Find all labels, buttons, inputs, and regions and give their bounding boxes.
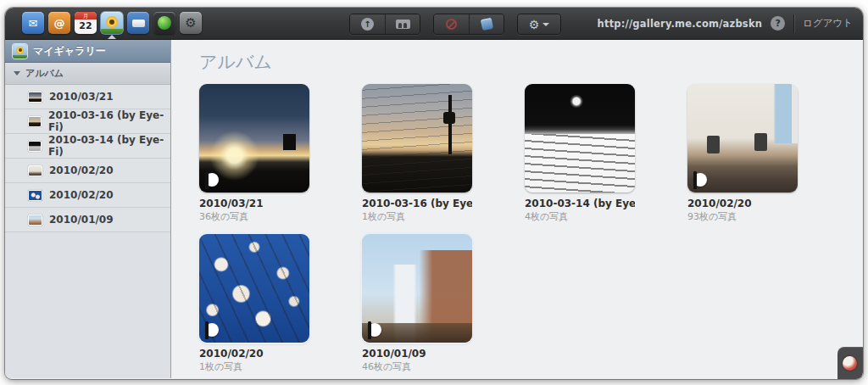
album-mini-thumbnail (28, 190, 42, 201)
upload-button[interactable]: ↑ (350, 14, 385, 34)
calendar-day-label: 22 (79, 20, 92, 34)
album-mini-thumbnail (28, 116, 42, 127)
album-mini-thumbnail (28, 92, 42, 103)
album-card: 2010/02/20 93枚の写真 (687, 84, 798, 234)
album-card: 2010/01/09 46枚の写真 (362, 234, 472, 379)
album-photo-count: 36枚の写真 (199, 210, 309, 223)
album-mini-thumbnail (28, 215, 42, 226)
upload-arrow-icon: ↑ (361, 18, 374, 31)
help-button[interactable]: ? (771, 16, 785, 31)
content-area: マイギャラリー アルバム 2010/03/21 2010-03-16 (by E… (5, 40, 863, 378)
album-mini-thumbnail (28, 165, 42, 176)
gear-menu-group: ⚙ (517, 14, 561, 35)
album-title[interactable]: 2010/03/21 (199, 198, 309, 209)
gallery-mini-icon (13, 44, 27, 59)
calendar-month-label: 月 (75, 12, 97, 20)
album-card: 2010/02/20 1枚の写真 (199, 234, 309, 379)
toolbar-divider (793, 14, 794, 33)
sidebar-item-my-gallery[interactable]: マイギャラリー (5, 40, 170, 63)
avatar (843, 356, 857, 371)
gear-icon: ⚙ (185, 17, 196, 30)
sidebar-item-album-6[interactable]: 2010/01/09 (5, 208, 170, 232)
albums-panel: アルバム 2010/03/21 36枚の写真 2010-03-16 (by Ey… (171, 40, 863, 378)
green-orb-icon (158, 16, 171, 30)
sidebar-item-label: 2010/02/20 (49, 189, 114, 201)
album-title[interactable]: 2010/02/20 (687, 198, 798, 209)
gallery-url: http://gallery.me.com/azbskn (598, 18, 763, 30)
hide-album-button[interactable] (434, 14, 469, 34)
album-title[interactable]: 2010-03-14 (by Eye… (525, 198, 635, 209)
no-entry-icon (446, 19, 457, 30)
album-grid: 2010/03/21 36枚の写真 2010-03-16 (by Eye… 1枚… (199, 84, 798, 379)
album-photo-count: 1枚の写真 (199, 360, 309, 373)
sidebar-item-album-2[interactable]: 2010-03-16 (by Eye-Fi) (5, 109, 170, 134)
album-title[interactable]: 2010/01/09 (362, 348, 472, 360)
lock-icon (205, 173, 219, 187)
album-thumbnail[interactable] (687, 84, 798, 192)
contact-card-icon (396, 20, 410, 29)
album-card: 2010-03-16 (by Eye… 1枚の写真 (362, 84, 472, 234)
album-card: 2010/03/21 36枚の写真 (199, 84, 309, 234)
sidebar-item-label: 2010/03/21 (49, 91, 114, 103)
my-gallery-label: マイギャラリー (33, 44, 106, 59)
gear-icon: ⚙ (529, 19, 540, 31)
album-photo-count: 1枚の写真 (362, 210, 472, 223)
album-thumbnail[interactable] (362, 234, 472, 343)
settings-app-icon[interactable]: ⚙ (180, 12, 202, 34)
gallery-window: ✉ @ 月 22 ⚙ (5, 8, 863, 379)
album-thumbnail[interactable] (199, 234, 309, 343)
page-title: アルバム (199, 50, 272, 74)
mail-app-icon[interactable]: ✉ (22, 12, 44, 34)
album-thumbnail[interactable] (199, 84, 309, 192)
album-title[interactable]: 2010-03-16 (by Eye… (362, 198, 472, 209)
album-thumbnail[interactable] (525, 84, 635, 192)
idisk-app-icon[interactable] (127, 12, 149, 34)
lock-icon (368, 323, 381, 337)
restrict-button-group (433, 14, 504, 35)
lock-icon (205, 323, 219, 337)
top-toolbar: ✉ @ 月 22 ⚙ (5, 8, 863, 40)
sidebar-item-album-1[interactable]: 2010/03/21 (5, 85, 170, 109)
invite-button[interactable] (385, 14, 420, 34)
disclosure-triangle-icon (14, 71, 20, 75)
sidebar-item-album-4[interactable]: 2010/02/20 (5, 159, 170, 183)
album-mini-thumbnail (28, 141, 42, 152)
sidebar-item-label: 2010/01/09 (49, 214, 114, 226)
logout-button[interactable]: ログアウト (803, 17, 853, 30)
album-title[interactable]: 2010/02/20 (199, 348, 309, 360)
sidebar: マイギャラリー アルバム 2010/03/21 2010-03-16 (by E… (5, 40, 171, 378)
sidebar-item-label: 2010-03-16 (by Eye-Fi) (48, 109, 170, 133)
at-sign-icon: @ (54, 18, 65, 29)
chevron-down-icon (542, 23, 549, 26)
album-photo-count: 93枚の写真 (687, 210, 798, 223)
calendar-app-icon[interactable]: 月 22 (75, 12, 97, 34)
app-switcher: ✉ @ 月 22 ⚙ (22, 12, 202, 34)
toolbar-actions: ↑ ⚙ (349, 14, 561, 35)
albums-section-label: アルバム (25, 67, 64, 80)
sunflower-center (109, 20, 114, 25)
upload-button-group: ↑ (349, 14, 420, 35)
publish-button[interactable] (469, 14, 504, 34)
toolbar-right-cluster: http://gallery.me.com/azbskn ? ログアウト (598, 8, 853, 39)
sidebar-item-label: 2010-03-14 (by Eye-Fi) (48, 134, 170, 158)
gallery-app-icon[interactable] (101, 12, 123, 34)
gear-menu-button[interactable]: ⚙ (518, 14, 560, 34)
publish-icon (480, 18, 492, 31)
sidebar-item-album-5[interactable]: 2010/02/20 (5, 183, 170, 208)
envelope-icon: ✉ (29, 18, 38, 29)
find-app-icon[interactable] (153, 12, 175, 34)
album-photo-count: 4枚の写真 (525, 210, 635, 223)
selected-app-indicator (108, 35, 116, 39)
sidebar-item-label: 2010/02/20 (49, 165, 114, 176)
contacts-app-icon[interactable]: @ (48, 12, 70, 34)
sunflower-leaves (101, 29, 123, 34)
albums-section-header[interactable]: アルバム (5, 63, 170, 85)
corner-feedback-widget[interactable] (837, 347, 863, 379)
album-card: 2010-03-14 (by Eye… 4枚の写真 (525, 84, 635, 234)
sidebar-item-album-3[interactable]: 2010-03-14 (by Eye-Fi) (5, 134, 170, 159)
lock-icon (693, 173, 707, 187)
album-thumbnail[interactable] (362, 84, 472, 192)
album-photo-count: 46枚の写真 (362, 360, 472, 373)
disk-icon (132, 20, 145, 27)
